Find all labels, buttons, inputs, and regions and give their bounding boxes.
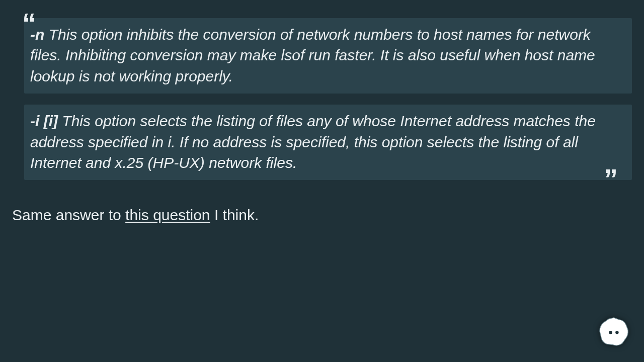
option-flag: -n (30, 26, 44, 43)
answer-line: Same answer to this question I think. (12, 205, 632, 225)
quote-paragraph: -i [i] This option selects the listing o… (24, 105, 632, 180)
chat-widget-icon[interactable] (598, 316, 630, 348)
answer-text-before: Same answer to (12, 207, 125, 223)
option-description: This option inhibits the conversion of n… (30, 26, 595, 84)
option-description: This option selects the listing of files… (30, 113, 596, 171)
svg-point-0 (609, 331, 612, 334)
page: -n This option inhibits the conversion o… (0, 0, 644, 362)
answer-text-after: I think. (210, 207, 259, 223)
svg-point-1 (615, 331, 618, 334)
quote-paragraph: -n This option inhibits the conversion o… (24, 18, 632, 94)
blockquote: -n This option inhibits the conversion o… (24, 12, 632, 180)
related-question-link[interactable]: this question (125, 207, 210, 223)
option-flag: -i [i] (30, 113, 58, 129)
